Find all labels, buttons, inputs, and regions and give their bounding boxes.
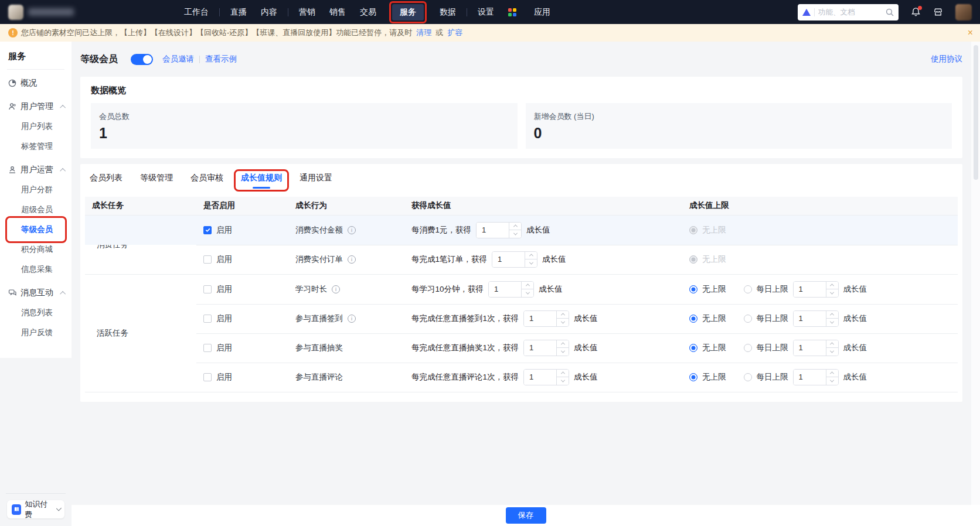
growth-value-input [488,281,534,298]
tab-member-review[interactable]: 会员审核 [190,173,223,191]
stepper-up[interactable] [557,370,569,377]
stepper-up[interactable] [826,340,838,348]
stepper-up[interactable] [557,340,569,348]
menu-item-trade[interactable]: 交易 [360,7,376,18]
stat-new-members-value: 0 [534,125,944,142]
view-example-link[interactable]: 查看示例 [205,54,237,64]
stepper-down[interactable] [826,347,838,356]
chevron-up-icon [60,168,66,173]
tab-growth-rules-active[interactable]: 成长值规则 [241,173,282,191]
sidebar-item-super-member[interactable]: 超级会员 [0,200,72,220]
enable-checkbox[interactable] [203,315,212,323]
enable-checkbox[interactable] [203,285,212,293]
data-overview-card: 数据概览 会员总数 1 新增会员数 (当日) 0 [80,77,962,158]
enable-checkbox[interactable] [203,373,212,381]
stepper-down[interactable] [826,289,838,297]
growth-value-input [523,310,569,327]
page-header: 等级会员 会员邀请 查看示例 使用协议 [80,42,962,77]
stepper-up[interactable] [826,311,838,319]
level-member-toggle[interactable] [131,54,153,65]
menu-item-live[interactable]: 直播 [230,7,247,18]
sidebar: 服务 概况 用户管理 用户列表 标签管理 [0,42,72,526]
info-icon[interactable]: i [348,226,356,234]
stepper-up[interactable] [509,223,521,230]
sidebar-group-user-management[interactable]: 用户管理 [0,97,72,117]
tab-level-management[interactable]: 等级管理 [140,173,173,191]
info-icon[interactable]: i [332,285,340,293]
enable-checkbox[interactable] [203,226,212,234]
sidebar-item-user-list[interactable]: 用户列表 [0,117,72,136]
menu-item-service-active[interactable]: 服务 [392,4,424,21]
menu-item-workbench[interactable]: 工作台 [184,7,209,18]
no-limit-radio[interactable] [689,285,697,293]
stepper-down[interactable] [525,259,537,267]
sidebar-group-user-operation[interactable]: 用户运营 [0,160,72,180]
stepper-down[interactable] [509,230,521,238]
stepper-down[interactable] [826,318,838,326]
global-search[interactable] [798,4,899,21]
sidebar-item-user-feedback[interactable]: 用户反馈 [0,323,72,343]
stepper-up[interactable] [557,311,569,319]
sidebar-item-level-member-active[interactable]: 等级会员 [0,220,72,240]
sidebar-group-message-interaction[interactable]: 消息互动 [0,283,72,303]
sidebar-title: 服务 [0,50,72,69]
banner-close-icon[interactable]: × [968,28,973,37]
daily-limit-radio[interactable] [744,285,752,293]
expand-storage-link[interactable]: 扩容 [447,28,462,38]
stepper-up[interactable] [525,252,537,259]
sidebar-item-points-mall[interactable]: 积分商城 [0,240,72,259]
chevron-down-icon [56,505,62,511]
stepper-up[interactable] [826,370,838,377]
menu-item-settings[interactable]: 设置 [478,7,494,18]
enable-checkbox[interactable] [203,344,212,352]
notifications-bell-icon[interactable] [911,7,921,17]
no-limit-radio[interactable] [689,344,697,352]
menu-item-sales[interactable]: 销售 [329,7,346,18]
member-invite-link[interactable]: 会员邀请 [162,54,194,64]
search-icon[interactable] [886,8,894,16]
stepper-down[interactable] [557,347,569,356]
clean-up-link[interactable]: 清理 [416,28,431,38]
daily-limit-radio[interactable] [744,315,752,323]
stepper-up[interactable] [826,282,838,289]
info-icon[interactable]: i [348,255,356,264]
stepper-down[interactable] [557,377,569,385]
scrollbar-thumb[interactable] [974,45,978,180]
no-limit-radio[interactable] [689,373,697,381]
save-button[interactable]: 保存 [506,507,546,524]
tab-general-settings[interactable]: 通用设置 [300,173,332,191]
enable-checkbox[interactable] [203,255,212,264]
stepper-down[interactable] [522,289,533,297]
stepper-down[interactable] [557,318,569,326]
sidebar-item-overview[interactable]: 概况 [0,73,72,93]
rule-row-study-time: 启用 学习时长 i 每学习10分钟，获得 成长值 [85,275,958,304]
no-limit-radio-disabled [689,226,697,234]
no-limit-radio[interactable] [689,315,697,323]
daily-limit-radio[interactable] [744,373,752,381]
sidebar-item-message-list[interactable]: 消息列表 [0,303,72,323]
save-bar: 保存 [72,505,980,526]
stepper-down[interactable] [826,377,838,385]
shop-logo[interactable] [8,5,23,20]
stepper-up[interactable] [522,282,533,289]
menu-item-apps[interactable]: 应用 [534,7,550,18]
usage-agreement-link[interactable]: 使用协议 [931,54,962,64]
menu-item-content[interactable]: 内容 [261,7,277,18]
user-avatar[interactable] [955,4,972,21]
apps-grid-icon [508,8,516,16]
scrollbar-track[interactable] [971,42,980,526]
sidebar-footer-divider [6,493,66,494]
rule-row-live-lottery: 启用 参与直播抽奖 每完成任意直播抽奖1次，获得 成长值 [85,333,958,363]
product-switcher[interactable]: 知识付费 [7,500,64,518]
info-icon[interactable]: i [348,315,356,323]
search-input[interactable] [818,8,882,16]
menu-item-marketing[interactable]: 营销 [299,7,315,18]
storefront-icon[interactable] [933,7,943,17]
daily-limit-radio[interactable] [744,344,752,352]
sidebar-item-user-segments[interactable]: 用户分群 [0,180,72,200]
tab-member-list[interactable]: 会员列表 [90,173,122,191]
notification-dot [918,6,922,10]
menu-item-data[interactable]: 数据 [440,7,456,18]
sidebar-item-tag-management[interactable]: 标签管理 [0,136,72,156]
sidebar-item-info-collection[interactable]: 信息采集 [0,259,72,279]
